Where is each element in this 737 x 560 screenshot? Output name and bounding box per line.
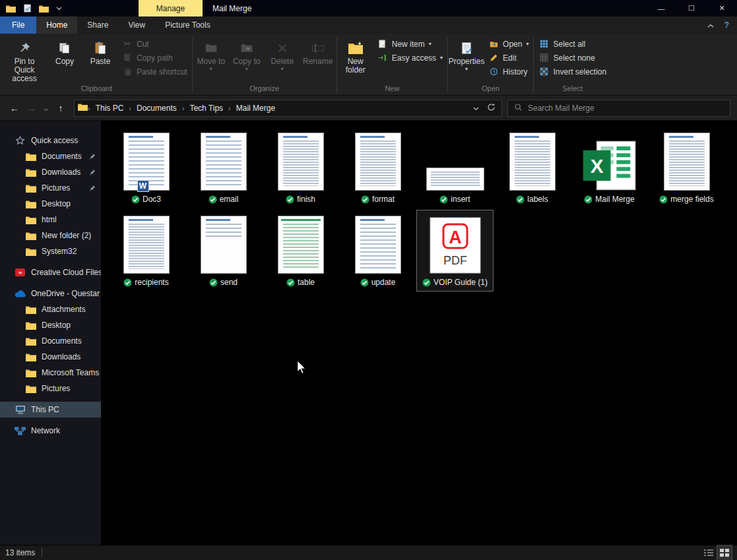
easy-access-button[interactable]: Easy access ▾ — [374, 51, 446, 65]
sync-status-icon — [361, 195, 369, 204]
select-all-label: Select all — [553, 40, 585, 49]
tab-picture-tools[interactable]: Picture Tools — [155, 16, 220, 34]
address-bar[interactable]: › This PC › Documents › Tech Tips › Mail… — [74, 100, 502, 117]
folder-icon — [25, 369, 36, 377]
sidebar-item-documents[interactable]: Documents — [0, 148, 101, 164]
file-name: send — [220, 278, 238, 287]
file-item-merge-fields[interactable]: merge fields — [648, 127, 725, 208]
maximize-button[interactable]: ☐ — [676, 0, 707, 16]
properties-button[interactable]: Properties ▾ — [449, 37, 484, 73]
select-all-button[interactable]: Select all — [535, 37, 610, 51]
file-item-update[interactable]: update — [339, 210, 416, 292]
file-thumbnail — [509, 130, 556, 191]
rename-button[interactable]: Rename — [301, 37, 335, 67]
sidebar-item-downloads[interactable]: Downloads — [0, 164, 101, 180]
sidebar-item-desktop[interactable]: Desktop — [0, 317, 101, 333]
customize-qat-chevron-icon[interactable] — [56, 7, 62, 11]
group-label-select: Select — [535, 84, 610, 95]
sync-status-icon — [286, 278, 295, 287]
file-item-mail-merge[interactable]: XMail Merge — [571, 127, 648, 208]
file-name: Mail Merge — [595, 195, 634, 204]
back-button[interactable]: ← — [7, 103, 22, 113]
sidebar-item-pictures[interactable]: Pictures — [0, 180, 101, 196]
collapse-ribbon-icon[interactable] — [707, 20, 714, 30]
address-dropdown-chevron-icon[interactable] — [473, 104, 479, 113]
file-label: merge fields — [659, 195, 713, 204]
file-name: format — [372, 195, 395, 204]
refresh-icon[interactable] — [487, 103, 496, 113]
file-item-email[interactable]: email — [185, 127, 262, 208]
sidebar-item-label: Documents — [42, 152, 82, 161]
sidebar-item-system32[interactable]: System32 — [0, 243, 101, 259]
properties-qat-icon[interactable] — [23, 4, 32, 13]
sidebar-item-microsoft-teams-ch[interactable]: Microsoft Teams Ch — [0, 365, 101, 381]
select-none-button[interactable]: Select none — [535, 51, 610, 65]
file-item-send[interactable]: send — [185, 210, 262, 292]
sidebar-item-attachments[interactable]: Attachments — [0, 301, 101, 317]
tab-view[interactable]: View — [118, 16, 155, 34]
minimize-button[interactable]: — — [646, 0, 676, 16]
file-item-recipients[interactable]: recipients — [108, 210, 185, 292]
new-folder-qat-icon[interactable] — [39, 5, 49, 13]
forward-button[interactable]: → — [24, 103, 40, 113]
thumbnail-lines — [431, 171, 480, 187]
breadcrumb-this-pc[interactable]: This PC — [90, 104, 129, 113]
search-input[interactable] — [528, 104, 724, 113]
recent-locations-chevron-icon[interactable] — [41, 103, 51, 113]
delete-button[interactable]: Delete ▾ — [265, 37, 300, 73]
star-icon — [15, 136, 26, 145]
sidebar-item-onedrive-questar-ii[interactable]: OneDrive - Questar II — [0, 286, 101, 301]
paste-shortcut-button[interactable]: Paste shortcut — [119, 65, 191, 78]
file-list-area[interactable]: WDoc3emailfinishformatinsertlabelsXMail … — [101, 121, 737, 545]
tab-home[interactable]: Home — [36, 16, 77, 34]
move-to-button[interactable]: Move to ▾ — [194, 37, 228, 73]
tab-share[interactable]: Share — [77, 16, 118, 34]
sidebar-item-creative-cloud-files[interactable]: ∞Creative Cloud Files — [0, 264, 101, 280]
sidebar-item-new-folder-2[interactable]: New folder (2) — [0, 228, 101, 243]
sidebar-item-downloads[interactable]: Downloads — [0, 349, 101, 365]
details-view-button[interactable] — [701, 545, 716, 560]
cut-button[interactable]: ✂ Cut — [119, 37, 191, 51]
copy-to-button[interactable]: Copy to ▾ — [230, 37, 264, 73]
file-item-format[interactable]: format — [339, 127, 416, 208]
sidebar-item-pictures[interactable]: Pictures — [0, 381, 101, 396]
file-item-table[interactable]: table — [262, 210, 339, 292]
paste-button[interactable]: Paste — [83, 37, 117, 67]
breadcrumb-documents[interactable]: Documents — [131, 104, 182, 113]
history-button[interactable]: History — [485, 65, 532, 78]
copy-button[interactable]: Copy — [48, 37, 82, 67]
explorer-folder-icon[interactable] — [6, 5, 16, 13]
file-item-doc3[interactable]: WDoc3 — [108, 127, 185, 208]
file-item-voip-guide-1[interactable]: APDFVOIP Guide (1) — [416, 210, 494, 292]
up-button[interactable]: ↑ — [53, 103, 69, 113]
sidebar-item-network[interactable]: Network — [0, 423, 101, 439]
sidebar-item-desktop[interactable]: Desktop — [0, 196, 101, 212]
breadcrumb-mail-merge[interactable]: Mail Merge — [231, 104, 280, 113]
new-item-button[interactable]: New item ▾ — [374, 37, 446, 51]
file-item-labels[interactable]: labels — [494, 127, 571, 208]
open-button[interactable]: Open ▾ — [485, 37, 532, 51]
tab-file[interactable]: File — [0, 16, 36, 34]
file-item-insert[interactable]: insert — [416, 127, 494, 208]
ribbon-tab-bar: File Home Share View Picture Tools ? — [0, 16, 737, 34]
history-label: History — [503, 67, 527, 77]
breadcrumb-tech-tips[interactable]: Tech Tips — [184, 104, 228, 113]
file-name: recipients — [135, 278, 168, 287]
invert-selection-button[interactable]: Invert selection — [535, 65, 610, 78]
sidebar-item-html[interactable]: html — [0, 212, 101, 228]
file-item-finish[interactable]: finish — [262, 127, 339, 208]
new-folder-button[interactable]: New folder — [338, 37, 373, 75]
sidebar-item-documents[interactable]: Documents — [0, 333, 101, 349]
search-box[interactable] — [507, 100, 730, 117]
close-button[interactable]: ✕ — [707, 0, 737, 16]
manage-contextual-tab[interactable]: Manage — [139, 0, 203, 16]
pin-to-quick-access-button[interactable]: Pin to Quick access — [3, 37, 46, 84]
sidebar-item-this-pc[interactable]: This PC — [0, 402, 101, 418]
thumbnail-lines — [129, 224, 164, 269]
copy-path-button[interactable]: Copy path — [119, 51, 191, 65]
thumbnail-lines — [360, 224, 396, 269]
sidebar-item-quick-access[interactable]: Quick access — [0, 133, 101, 148]
large-icons-view-button[interactable] — [717, 545, 732, 560]
help-icon[interactable]: ? — [724, 20, 729, 30]
edit-button[interactable]: Edit — [485, 51, 532, 65]
